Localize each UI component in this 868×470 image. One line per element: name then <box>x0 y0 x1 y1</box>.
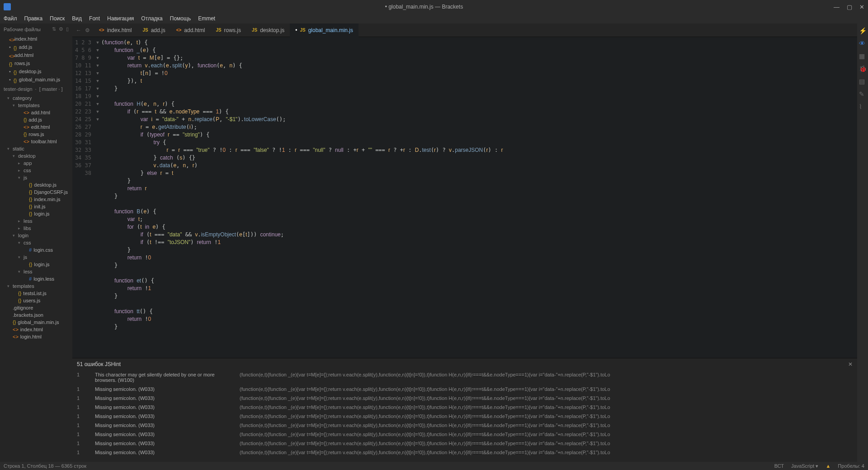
tab[interactable]: <>index.html <box>94 24 137 37</box>
maximize-icon[interactable]: ▢ <box>847 4 852 10</box>
layers-icon[interactable]: ▤ <box>859 78 866 85</box>
gear-icon[interactable]: ⚙ <box>59 26 63 32</box>
right-toolbar: ⚡ 👁 ▦ 🐞 ▤ ✎ ⌇ <box>857 24 868 462</box>
error-row[interactable]: 1Missing semicolon. (W033)(function(e,t)… <box>72 448 857 457</box>
menubar: ФайлПравкаПоискВидFontНавигацияОтладкаПо… <box>0 14 868 24</box>
tree-folder[interactable]: ▾less <box>0 268 72 275</box>
tree-file[interactable]: # login.css <box>0 246 72 254</box>
tree-file[interactable]: {} login.js <box>0 210 72 217</box>
git-branch: [ master · ] <box>39 86 63 92</box>
working-file[interactable]: {}global_main.min.js <box>0 75 72 84</box>
tree-file[interactable]: <> edit.html <box>0 123 72 131</box>
live-preview-icon[interactable]: ⚡ <box>859 27 866 34</box>
tree-file[interactable]: {} testsList.js <box>0 290 72 297</box>
error-row[interactable]: 1Missing semicolon. (W033)(function(e,t)… <box>72 412 857 421</box>
tree-folder[interactable]: ▾templates <box>0 282 72 290</box>
tree-file[interactable]: <> toolbar.html <box>0 138 72 145</box>
app-logo-icon <box>4 3 11 10</box>
tree-file[interactable]: <> add.html <box>0 109 72 116</box>
tree-folder[interactable]: ▾desktop <box>0 152 72 160</box>
cursor-position: Строка 1, Столбец 18 — 6365 строк <box>4 463 86 469</box>
tree-file[interactable]: {} desktop.js <box>0 181 72 188</box>
close-icon[interactable]: ✕ <box>859 4 864 10</box>
tab[interactable]: •JSglobal_main.min.js <box>290 24 359 37</box>
menu-emmet[interactable]: Emmet <box>198 15 215 22</box>
tree-folder[interactable]: ▾category <box>0 94 72 102</box>
split-icon[interactable]: ▯ <box>66 26 69 32</box>
tree-file[interactable]: {} users.js <box>0 297 72 304</box>
menu-вид[interactable]: Вид <box>72 15 82 22</box>
working-file[interactable]: <>add.html <box>0 51 72 59</box>
nav-back-icon[interactable]: ← <box>76 27 81 33</box>
error-row[interactable]: 1Missing semicolon. (W033)(function(e,t)… <box>72 385 857 394</box>
tree-folder[interactable]: ▸libs <box>0 225 72 232</box>
tree-folder[interactable]: ▾js <box>0 254 72 261</box>
tab[interactable]: JSrows.js <box>210 24 246 37</box>
tree-file[interactable]: {} login.js <box>0 261 72 268</box>
code-editor[interactable]: (function(e, t) { function _(e) { var t … <box>101 37 857 358</box>
error-row[interactable]: 1Missing semicolon. (W033)(function(e,t)… <box>72 394 857 403</box>
tree-file[interactable]: {} add.js <box>0 116 72 123</box>
statusbar: Строка 1, Столбец 18 — 6365 строк ВСТ Ja… <box>0 462 868 470</box>
tree-folder[interactable]: ▸app <box>0 160 72 167</box>
working-file[interactable]: <>index.html <box>0 35 72 43</box>
tree-folder[interactable]: ▾templates <box>0 102 72 109</box>
tree-folder[interactable]: ▸less <box>0 217 72 225</box>
tree-folder[interactable]: ▸css <box>0 167 72 174</box>
warning-icon[interactable]: ▲ <box>826 463 830 469</box>
menu-правка[interactable]: Правка <box>24 15 43 22</box>
tree-folder[interactable]: ▾js <box>0 174 72 181</box>
extensions-icon[interactable]: ▦ <box>859 52 866 60</box>
tree-file[interactable]: {} rows.js <box>0 131 72 138</box>
tree-file[interactable]: .brackets.json <box>0 311 72 319</box>
tree-file[interactable]: <> index.html <box>0 326 72 333</box>
editor-area: ← ⚙ <>index.htmlJSadd.js<>add.htmlJSrows… <box>72 24 857 462</box>
line-gutter: 1 2 3 4 5 6 7 8 9 10 11 12 13 14 15 16 1… <box>72 37 94 358</box>
tab[interactable]: <>add.html <box>171 24 211 37</box>
sidebar: Рабочие файлы ⇅ ⚙ ▯ <>index.html{}add.js… <box>0 24 72 462</box>
gear-icon[interactable]: ⚙ <box>85 27 90 33</box>
tree-file[interactable]: {} init.js <box>0 203 72 210</box>
menu-поиск[interactable]: Поиск <box>50 15 65 22</box>
error-row[interactable]: 1Missing semicolon. (W033)(function(e,t)… <box>72 403 857 412</box>
menu-отладка[interactable]: Отладка <box>141 15 162 22</box>
insert-mode[interactable]: ВСТ <box>774 463 784 469</box>
minimize-icon[interactable]: — <box>834 4 840 10</box>
fold-gutter[interactable]: ▼ ▼ ▼ ▼ ▼ ▼ ▼ ▼ ▼ ▼ ▼ <box>94 37 101 358</box>
tree-file[interactable]: .gitignore <box>0 304 72 311</box>
tree-file[interactable]: # login.less <box>0 275 72 282</box>
tab[interactable]: JSdesktop.js <box>246 24 290 37</box>
tab-bar: ← ⚙ <>index.htmlJSadd.js<>add.htmlJSrows… <box>72 24 857 37</box>
indent-setting[interactable]: Пробелы: 4 <box>838 463 864 469</box>
tab[interactable]: JSadd.js <box>137 24 170 37</box>
titlebar: • global_main.min.js — Brackets — ▢ ✕ <box>0 0 868 14</box>
eye-icon[interactable]: 👁 <box>859 40 866 47</box>
menu-файл[interactable]: Файл <box>4 15 17 22</box>
broom-icon[interactable]: ⌇ <box>859 103 866 110</box>
tree-folder[interactable]: ▾static <box>0 145 72 152</box>
menu-помощь[interactable]: Помощь <box>170 15 191 22</box>
error-row[interactable]: 1Missing semicolon. (W033)(function(e,t)… <box>72 421 857 430</box>
errors-panel: 51 ошибок JSHint ✕ 1This character may g… <box>72 358 857 462</box>
tree-file[interactable]: <> login.html <box>0 333 72 340</box>
working-file[interactable]: {}rows.js <box>0 59 72 67</box>
language-picker[interactable]: JavaScript ▾ <box>791 463 818 469</box>
tree-folder[interactable]: ▾login <box>0 232 72 239</box>
project-name: tester-design <box>4 86 33 92</box>
sort-icon[interactable]: ⇅ <box>52 26 56 32</box>
error-row[interactable]: 1Missing semicolon. (W033)(function(e,t)… <box>72 439 857 448</box>
working-file[interactable]: {}add.js <box>0 43 72 51</box>
tree-file[interactable]: {} global_main.min.js <box>0 319 72 326</box>
menu-font[interactable]: Font <box>89 15 100 22</box>
error-row[interactable]: 1This character may get silently deleted… <box>72 370 857 385</box>
tree-file[interactable]: {} index.min.js <box>0 196 72 203</box>
brush-icon[interactable]: ✎ <box>859 90 866 98</box>
menu-навигация[interactable]: Навигация <box>107 15 134 22</box>
close-panel-icon[interactable]: ✕ <box>848 361 853 367</box>
project-header[interactable]: tester-design · [ master · ] <box>0 84 72 94</box>
bug-icon[interactable]: 🐞 <box>859 65 866 72</box>
error-row[interactable]: 1Missing semicolon. (W033)(function(e,t)… <box>72 430 857 439</box>
working-file[interactable]: {}desktop.js <box>0 67 72 75</box>
tree-folder[interactable]: ▾css <box>0 239 72 246</box>
tree-file[interactable]: {} DjangoCSRF.js <box>0 188 72 196</box>
